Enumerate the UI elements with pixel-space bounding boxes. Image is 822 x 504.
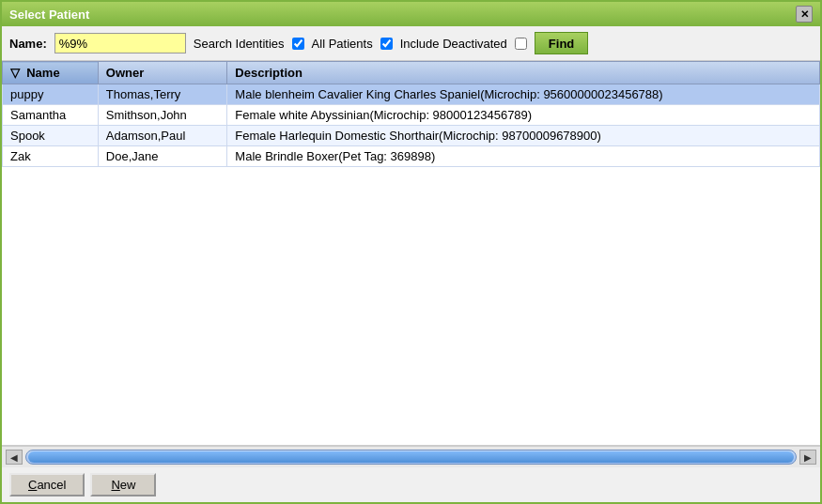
include-deactivated-checkbox-group [515,38,527,50]
table-body: puppyThomas,TerryMale blenheim Cavalier … [3,84,820,167]
new-button[interactable]: New [90,473,156,496]
new-underline-letter: N [111,478,119,492]
cell-owner: Doe,Jane [98,146,227,167]
cell-owner: Thomas,Terry [98,84,227,105]
horizontal-scrollbar[interactable] [25,450,797,465]
all-patients-checkbox[interactable] [380,38,393,50]
include-deactivated-checkbox[interactable] [515,38,527,50]
col-description[interactable]: Description [227,62,820,84]
title-bar: Select Patient ✕ [2,2,820,26]
col-owner[interactable]: Owner [98,62,227,84]
scroll-right-button[interactable]: ▶ [799,450,816,465]
name-input[interactable] [54,33,186,53]
cell-owner: Adamson,Paul [98,126,227,146]
table-row[interactable]: puppyThomas,TerryMale blenheim Cavalier … [3,84,820,105]
find-button[interactable]: Find [535,32,588,54]
table-row[interactable]: ZakDoe,JaneMale Brindle Boxer(Pet Tag: 3… [3,146,820,167]
toolbar: Name: Search Identities All Patients Inc… [2,26,820,61]
search-identities-checkbox-group [292,38,304,50]
table-row[interactable]: SamanthaSmithson,JohnFemale white Abyssi… [3,105,820,126]
cell-description: Male blenheim Cavalier King Charles Span… [227,84,820,105]
cancel-underline-letter: C [28,478,37,492]
patient-table: ▽ Name Owner Description puppyThomas,Ter… [2,61,820,167]
dialog-title: Select Patient [9,8,89,22]
all-patients-checkbox-group [380,38,393,50]
cell-description: Male Brindle Boxer(Pet Tag: 369898) [227,146,820,167]
cell-name: Spook [3,126,99,146]
button-row: Cancel New [2,467,820,502]
new-rest-label: ew [120,478,136,492]
cell-description: Female white Abyssinian(Microchip: 98000… [227,105,820,126]
cancel-rest-label: ancel [37,478,66,492]
cell-name: Samantha [3,105,99,126]
scrollbar-row: ◀ ▶ [2,446,820,467]
scrollbar-thumb [28,451,794,463]
select-patient-dialog: Select Patient ✕ Name: Search Identities… [0,0,822,504]
name-label: Name: [9,37,47,51]
patient-table-container: ▽ Name Owner Description puppyThomas,Ter… [2,61,820,445]
bottom-bar: ◀ ▶ Cancel New [2,445,820,502]
scroll-left-button[interactable]: ◀ [6,450,23,465]
cell-description: Female Harlequin Domestic Shorthair(Micr… [227,126,820,146]
search-identities-label: Search Identities [194,37,285,51]
col-name[interactable]: ▽ Name [3,62,99,84]
cell-name: puppy [3,84,99,105]
cancel-button[interactable]: Cancel [9,473,85,496]
include-deactivated-label: Include Deactivated [400,37,507,51]
table-header-row: ▽ Name Owner Description [3,62,820,84]
close-button[interactable]: ✕ [796,6,813,23]
search-identities-checkbox[interactable] [292,38,304,50]
cell-name: Zak [3,146,99,167]
table-row[interactable]: SpookAdamson,PaulFemale Harlequin Domest… [3,126,820,146]
cell-owner: Smithson,John [98,105,227,126]
all-patients-label: All Patients [312,37,373,51]
